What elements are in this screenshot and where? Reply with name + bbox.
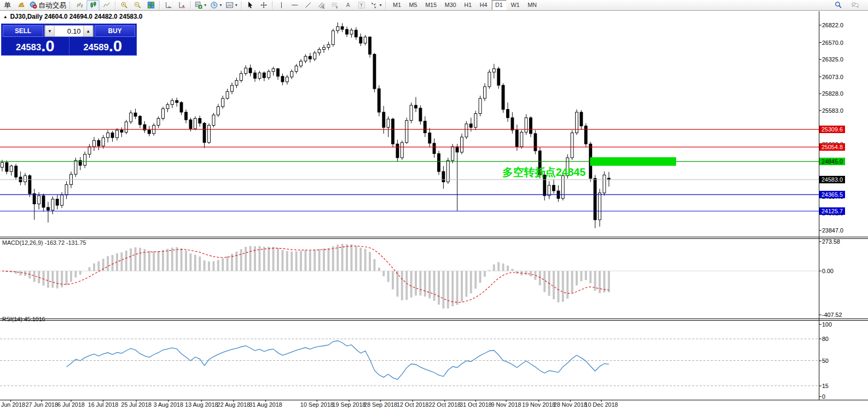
macd-scale-label: 273.58 — [822, 238, 840, 245]
date-label: 27 Jun 2018 — [26, 401, 58, 408]
buy-button[interactable]: BUY — [95, 25, 135, 37]
price-tag-25054.8[interactable]: 25054.8 — [819, 143, 845, 151]
price-scale-label: 26822.0 — [822, 22, 843, 28]
one-click-trading-panel: SELL ▼ 0.10 ▲ BUY 24583 .0 24589 .0 — [1, 24, 137, 56]
rsi-scale-label: 100 — [822, 321, 832, 328]
date-label: 25 Jul 2018 — [121, 401, 152, 408]
date-label: 12 Oct 2018 — [397, 401, 429, 408]
rsi-scale-label: 0 — [822, 393, 825, 400]
price-scale-label: 26570.0 — [822, 40, 843, 46]
date-label: 10 Dec 2018 — [585, 401, 618, 408]
sell-price-int: 24583 — [16, 41, 41, 54]
rsi-scale-label: 15 — [822, 383, 828, 389]
sell-price-button[interactable]: 24583 .0 — [2, 37, 69, 55]
date-label: 16 Jul 2018 — [88, 401, 119, 408]
date-label: 10 Sep 2018 — [300, 401, 334, 408]
volume-input[interactable]: 0.10 — [55, 26, 83, 36]
macd-label: MACD(12,26,9) -163.72 -131.75 — [2, 239, 86, 246]
macd-histogram — [2, 244, 609, 308]
buy-price-button[interactable]: 24589 .0 — [69, 37, 137, 55]
price-scale-label: 26325.0 — [822, 56, 843, 63]
volume-decrease-button[interactable]: ▼ — [45, 26, 55, 36]
date-label: 13 Aug 2018 — [185, 401, 218, 408]
date-label: 22 Oct 2018 — [429, 401, 461, 408]
chart-title: ▲ DJ30,Daily 24604.0 24694.0 24482.0 245… — [3, 13, 142, 20]
rsi-line — [66, 341, 609, 379]
sell-price-dec: .0 — [41, 38, 55, 54]
price-tag-24125.7[interactable]: 24125.7 — [819, 207, 845, 215]
macd-scale-label: 0.00 — [822, 268, 833, 274]
rsi-scale-label: 80 — [822, 336, 828, 342]
price-tag-25309.6[interactable]: 25309.6 — [819, 126, 845, 133]
price-scale-label: 26073.0 — [822, 74, 843, 80]
symbol-collapse-icon[interactable]: ▲ — [3, 14, 7, 19]
price-scale-label: 25583.0 — [822, 107, 843, 114]
price-tag-24583.0[interactable]: 24583.0 — [819, 176, 845, 183]
date-label: 9 Nov 2018 — [491, 401, 521, 408]
highlight-rect[interactable] — [590, 157, 676, 166]
price-tag-24365.5[interactable]: 24365.5 — [819, 191, 845, 198]
price-tag-24845.0[interactable]: 24845.0 — [819, 158, 845, 165]
rsi-label: RSI(14) 45.1016 — [2, 316, 45, 322]
rsi-scale-label: 50 — [822, 358, 828, 364]
date-label: 6 Jul 2018 — [58, 401, 85, 408]
date-label: 19 Sep 2018 — [332, 401, 366, 408]
date-label: 28 Sep 2018 — [364, 401, 397, 408]
date-label: 8 Jun 2018 — [0, 401, 25, 408]
annotation-text[interactable]: 多空转折点24845 — [502, 165, 586, 180]
price-scale-label: 25828.0 — [822, 90, 843, 97]
buy-price-dec: .0 — [108, 38, 122, 54]
price-scale-label: 23847.0 — [822, 227, 843, 234]
macd-scale-label: -407.52 — [822, 312, 842, 318]
date-label: 28 Nov 2018 — [554, 401, 587, 408]
buy-price-int: 24589 — [83, 41, 108, 54]
date-label: 19 Nov 2018 — [522, 401, 555, 408]
chart-title-text: DJ30,Daily 24604.0 24694.0 24482.0 24583… — [10, 13, 143, 20]
mt4-window: 单 自动交易 — [0, 0, 868, 411]
chart-canvas[interactable] — [0, 0, 868, 411]
volume-increase-button[interactable]: ▲ — [83, 26, 93, 36]
date-label: 31 Aug 2018 — [249, 401, 282, 408]
volume-stepper: ▼ 0.10 ▲ — [44, 25, 94, 37]
date-label: 31 Oct 2018 — [460, 401, 492, 408]
date-label: 22 Aug 2018 — [217, 401, 250, 408]
date-label: 3 Aug 2018 — [153, 401, 183, 408]
sell-button[interactable]: SELL — [3, 25, 43, 37]
